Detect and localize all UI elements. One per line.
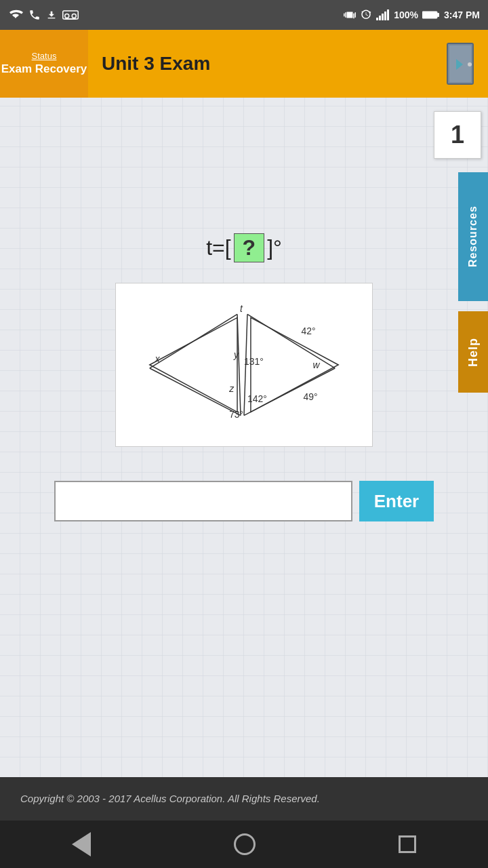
vibrate-icon (344, 9, 356, 21)
svg-rect-6 (382, 14, 384, 20)
recent-button[interactable] (399, 835, 416, 853)
svg-point-13 (468, 62, 472, 66)
status-bar-left (8, 9, 79, 21)
answer-area: Enter (54, 481, 434, 521)
angle-z-label: z (228, 383, 234, 394)
home-button[interactable] (234, 833, 256, 855)
help-button[interactable]: Help (458, 311, 488, 393)
status-bar: 100% 3:47 PM (0, 0, 488, 30)
status-exam-badge: Status Exam Recovery (0, 30, 88, 98)
resources-button[interactable]: Resources (458, 172, 488, 301)
home-icon (234, 833, 256, 855)
equation-prefix: t=[ (206, 235, 230, 260)
nav-bar (0, 821, 488, 868)
footer: Copyright © 2003 - 2017 Acellus Corporat… (0, 777, 488, 821)
equation-placeholder: ? (234, 233, 265, 262)
door-icon (444, 40, 478, 87)
battery-icon (422, 10, 440, 20)
cassette-icon (62, 9, 79, 21)
geometry-figure: t x y 131° 42° z 142° 49° w 73° (129, 297, 359, 433)
svg-rect-10 (437, 13, 439, 17)
svg-rect-9 (422, 12, 437, 18)
answer-input[interactable] (54, 481, 352, 521)
question-number: 1 (451, 121, 464, 149)
equation-suffix: ]° (267, 235, 282, 260)
header: Status Exam Recovery Unit 3 Exam (0, 30, 488, 98)
angle-142-label: 142° (247, 393, 267, 404)
signal-icon (376, 9, 390, 20)
download-icon (46, 9, 57, 21)
back-icon (72, 832, 91, 856)
battery-percent: 100% (394, 9, 418, 20)
alarm-icon (360, 9, 372, 21)
svg-rect-7 (384, 12, 386, 20)
time-display: 3:47 PM (444, 9, 480, 20)
wifi-icon (8, 9, 23, 21)
enter-button[interactable]: Enter (359, 481, 434, 521)
svg-rect-4 (376, 18, 378, 20)
svg-point-1 (65, 14, 69, 18)
svg-line-20 (150, 368, 241, 416)
angle-49-label: 49° (303, 391, 317, 402)
exam-recovery-label: Exam Recovery (1, 62, 87, 76)
main-content: 1 Resources Help t=[ ? ]° t x y 131° (0, 98, 488, 777)
svg-line-23 (244, 368, 335, 416)
status-label: Status (32, 51, 57, 61)
geometry-diagram: t x y 131° 42° z 142° 49° w 73° (115, 283, 373, 447)
phone-icon (28, 9, 41, 21)
status-bar-right: 100% 3:47 PM (344, 9, 480, 21)
svg-rect-5 (379, 16, 381, 20)
angle-42-label: 42° (302, 326, 316, 336)
svg-rect-8 (387, 9, 389, 20)
recent-icon (399, 835, 416, 853)
svg-line-18 (150, 314, 237, 368)
page-title: Unit 3 Exam (88, 53, 441, 75)
svg-marker-15 (150, 317, 237, 412)
header-icon (441, 37, 481, 91)
back-button[interactable] (72, 832, 91, 856)
angle-t-label: t (240, 303, 243, 314)
angle-w-label: w (312, 359, 320, 370)
copyright-text: Copyright © 2003 - 2017 Acellus Corporat… (20, 793, 320, 804)
equation-display: t=[ ? ]° (206, 233, 282, 262)
angle-131-label: 131° (244, 356, 264, 367)
svg-point-2 (72, 14, 76, 18)
question-number-badge: 1 (434, 111, 481, 159)
